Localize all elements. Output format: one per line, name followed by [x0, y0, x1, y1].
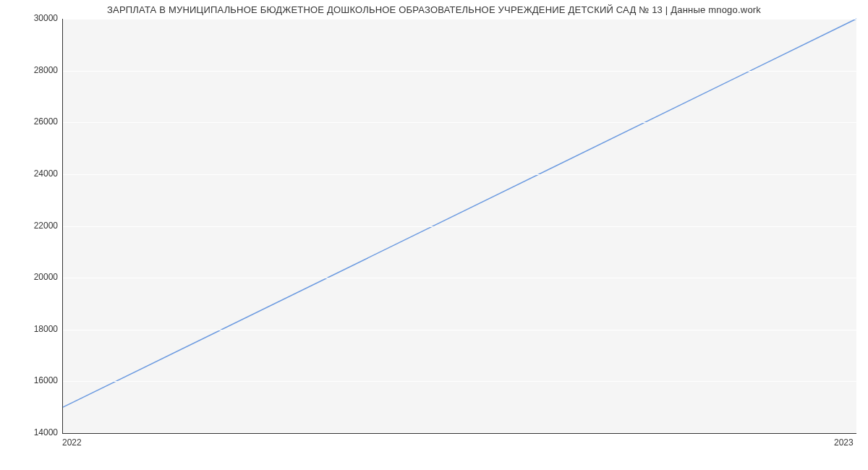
y-tick-label: 14000	[0, 427, 58, 437]
y-tick-label: 24000	[0, 168, 58, 179]
gridline	[63, 71, 856, 72]
y-tick-label: 28000	[0, 65, 58, 75]
gridline	[63, 19, 856, 20]
y-tick-label: 30000	[0, 13, 58, 23]
y-tick-label: 18000	[0, 324, 58, 334]
y-tick-label: 26000	[0, 116, 58, 127]
x-tick-label: 2023	[834, 437, 854, 448]
x-tick-label: 2022	[62, 437, 82, 448]
chart-container: ЗАРПЛАТА В МУНИЦИПАЛЬНОЕ БЮДЖЕТНОЕ ДОШКО…	[0, 0, 868, 470]
y-tick-label: 22000	[0, 221, 58, 231]
gridline	[63, 122, 856, 123]
gridline	[63, 381, 856, 382]
gridline	[63, 226, 856, 227]
plot-area	[62, 19, 856, 434]
y-tick-label: 16000	[0, 375, 58, 385]
y-tick-label: 20000	[0, 272, 58, 282]
chart-title: ЗАРПЛАТА В МУНИЦИПАЛЬНОЕ БЮДЖЕТНОЕ ДОШКО…	[0, 4, 868, 15]
gridline	[63, 330, 856, 330]
gridline	[63, 278, 856, 278]
gridline	[63, 174, 856, 175]
